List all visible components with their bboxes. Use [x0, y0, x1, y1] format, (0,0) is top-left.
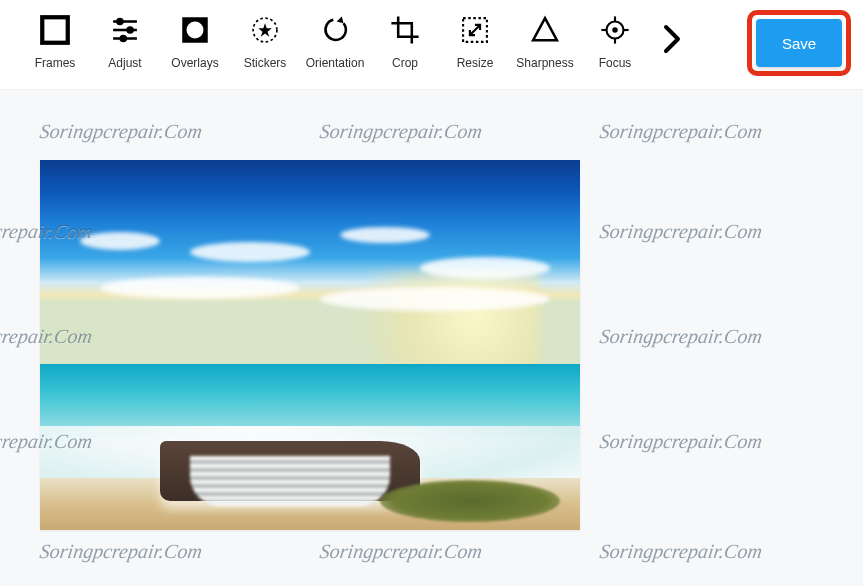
- svg-point-8: [187, 22, 204, 39]
- tool-crop[interactable]: Crop: [370, 10, 440, 70]
- watermark-text: Soringpcrepair.Com: [38, 540, 203, 563]
- tool-adjust[interactable]: Adjust: [90, 10, 160, 70]
- tool-label: Sharpness: [516, 56, 573, 70]
- svg-point-15: [613, 28, 616, 31]
- tool-label: Frames: [35, 56, 76, 70]
- watermark-text: Soringpcrepair.Com: [318, 540, 483, 563]
- save-button-highlight: Save: [747, 10, 851, 76]
- svg-point-6: [121, 36, 126, 41]
- tool-orientation[interactable]: Orientation: [300, 10, 370, 70]
- tool-label: Resize: [457, 56, 494, 70]
- watermark-text: Soringpcrepair.Com: [598, 325, 763, 348]
- tool-label: Overlays: [171, 56, 218, 70]
- watermark-text: Soringpcrepair.Com: [598, 430, 763, 453]
- watermark-text: Soringpcrepair.Com: [38, 120, 203, 143]
- svg-marker-10: [258, 23, 272, 37]
- crop-icon: [385, 10, 425, 50]
- overlays-icon: [175, 10, 215, 50]
- image-waterfall: [190, 456, 390, 506]
- svg-point-2: [117, 19, 122, 24]
- canvas-area: Soringpcrepair.Com Soringpcrepair.Com So…: [0, 90, 863, 586]
- svg-rect-0: [42, 17, 68, 43]
- save-button[interactable]: Save: [756, 19, 842, 67]
- stickers-icon: [245, 10, 285, 50]
- focus-icon: [595, 10, 635, 50]
- tool-stickers[interactable]: Stickers: [230, 10, 300, 70]
- tool-label: Focus: [599, 56, 632, 70]
- tool-overlays[interactable]: Overlays: [160, 10, 230, 70]
- chevron-right-icon: [662, 23, 682, 59]
- sharpness-icon: [525, 10, 565, 50]
- tool-label: Crop: [392, 56, 418, 70]
- photo-editor-app: Frames Adjust Overlays: [0, 0, 863, 586]
- tool-label: Orientation: [306, 56, 365, 70]
- tool-sharpness[interactable]: Sharpness: [510, 10, 580, 70]
- editor-toolbar: Frames Adjust Overlays: [0, 0, 863, 90]
- tool-label: Adjust: [108, 56, 141, 70]
- watermark-text: Soringpcrepair.Com: [598, 540, 763, 563]
- toolbar-next-button[interactable]: [654, 10, 690, 72]
- svg-point-4: [128, 27, 133, 32]
- tool-resize[interactable]: Resize: [440, 10, 510, 70]
- edited-image[interactable]: [40, 160, 580, 530]
- tool-frames[interactable]: Frames: [20, 10, 90, 70]
- watermark-text: Soringpcrepair.Com: [318, 120, 483, 143]
- image-moss: [380, 480, 560, 522]
- frames-icon: [35, 10, 75, 50]
- tool-focus[interactable]: Focus: [580, 10, 650, 70]
- adjust-icon: [105, 10, 145, 50]
- orientation-icon: [315, 10, 355, 50]
- svg-line-12: [470, 25, 480, 35]
- resize-icon: [455, 10, 495, 50]
- svg-marker-13: [533, 18, 557, 40]
- watermark-text: Soringpcrepair.Com: [598, 120, 763, 143]
- watermark-text: Soringpcrepair.Com: [598, 220, 763, 243]
- image-clouds: [40, 222, 580, 332]
- tool-label: Stickers: [244, 56, 287, 70]
